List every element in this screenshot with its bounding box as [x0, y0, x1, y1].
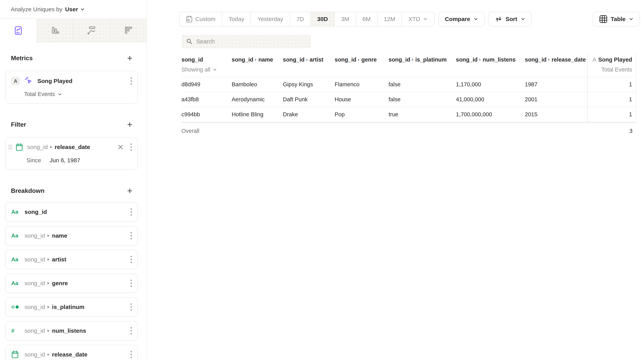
- entity-selector[interactable]: User: [65, 6, 85, 13]
- property-path-separator: [48, 329, 50, 332]
- kebab-menu-icon[interactable]: [130, 143, 132, 151]
- property-parent-label: song_id: [24, 304, 45, 310]
- breakdown-title: Breakdown: [11, 187, 44, 194]
- breakdown-item-name[interactable]: Aasong_idname: [5, 226, 138, 245]
- column-parent-label: song_id: [232, 57, 253, 63]
- property-path-separator: [50, 146, 52, 148]
- table-row-a43fb8[interactable]: a43fb8AerodynamicDaft PunkHousefalse41,0…: [182, 92, 636, 107]
- drag-handle-icon[interactable]: [8, 145, 12, 150]
- breakdown-item-artist[interactable]: Aasong_idartist: [5, 250, 138, 269]
- showing-all-label: Showing all: [182, 67, 210, 73]
- add-metric-button[interactable]: +: [127, 54, 132, 63]
- kebab-menu-icon[interactable]: [130, 232, 132, 240]
- filter-operator[interactable]: Since: [26, 157, 41, 164]
- property-leaf-label: num_listens: [52, 327, 86, 334]
- add-filter-button[interactable]: +: [127, 120, 132, 129]
- date-range-custom[interactable]: Custom: [180, 12, 222, 26]
- kebab-menu-icon[interactable]: [130, 303, 132, 311]
- retention-grid-icon: [124, 26, 133, 35]
- date-range-30d[interactable]: 30D: [310, 12, 334, 26]
- chevron-down-icon: [473, 17, 478, 22]
- date-range-yesterday[interactable]: Yesterday: [250, 12, 290, 26]
- kebab-menu-icon[interactable]: [130, 208, 132, 216]
- aggregation-selector[interactable]: Total Events: [24, 91, 62, 97]
- metric-list: ASong PlayedTotal Events: [5, 71, 138, 104]
- property-leaf-label: artist: [52, 256, 66, 263]
- kebab-menu-icon[interactable]: [130, 279, 132, 287]
- cell-is_platinum: true: [388, 107, 456, 122]
- property-leaf-label: release_date: [55, 144, 90, 150]
- close-icon[interactable]: [118, 144, 124, 150]
- metrics-title: Metrics: [11, 55, 33, 62]
- breakdown-list: Aasong_idAasong_idnameAasong_idartistAas…: [5, 202, 138, 360]
- date-range-xtd[interactable]: XTD: [402, 12, 434, 26]
- table-row-c994bb[interactable]: c994bbHotline BlingDrakePoptrue1,700,000…: [182, 107, 636, 122]
- date-range-6m[interactable]: 6M: [356, 12, 377, 26]
- breakdown-section-header: Breakdown +: [5, 186, 138, 195]
- filter-value[interactable]: Jun 6, 1987: [50, 157, 80, 164]
- metric-letter-badge: A: [11, 77, 20, 85]
- sort-arrows-icon: [495, 15, 502, 23]
- filter-item[interactable]: song_idrelease_dateSinceJun 6, 1987: [5, 137, 138, 170]
- insights-tab[interactable]: [0, 19, 36, 42]
- column-header-release_date[interactable]: song_idrelease_date: [525, 53, 587, 77]
- column-header-num_listens[interactable]: song_idnum_listens: [456, 53, 525, 77]
- metric-column-subtitle: Total Events: [588, 67, 632, 73]
- column-header-name[interactable]: song_idname: [232, 53, 283, 77]
- date-range-7d[interactable]: 7D: [290, 12, 310, 26]
- chevron-down-icon: [80, 7, 85, 12]
- overall-label: Overall: [182, 123, 232, 139]
- date-range-today[interactable]: Today: [222, 12, 250, 26]
- add-breakdown-button[interactable]: +: [127, 186, 132, 195]
- funnels-tab[interactable]: [36, 19, 73, 42]
- cell-metric-value: 1: [587, 92, 636, 107]
- column-header-genre[interactable]: song_idgenre: [335, 53, 388, 77]
- sort-button[interactable]: Sort: [488, 12, 532, 27]
- kebab-menu-icon[interactable]: [130, 350, 132, 359]
- kebab-menu-icon[interactable]: [130, 327, 132, 335]
- property-path-separator: [479, 59, 481, 61]
- retention-tab[interactable]: [110, 19, 146, 42]
- property-path-separator: [48, 353, 50, 356]
- column-header-is_platinum[interactable]: song_idis_platinum: [388, 53, 456, 77]
- breakdown-item-num_listens[interactable]: #song_idnum_listens: [5, 321, 138, 340]
- report-toolbar: CustomTodayYesterday7D30D3M6M12MXTD Comp…: [179, 12, 644, 27]
- filter-section-header: Filter +: [5, 120, 138, 129]
- metric-column-badge: A: [592, 57, 596, 63]
- column-header-artist[interactable]: song_idartist: [283, 53, 335, 77]
- calendar-icon: [186, 16, 192, 23]
- column-label: name: [258, 57, 273, 63]
- metric-item[interactable]: ASong PlayedTotal Events: [5, 71, 138, 104]
- breakdown-item-genre[interactable]: Aasong_idgenre: [5, 273, 138, 293]
- column-header-song_id[interactable]: song_idShowing all: [182, 53, 232, 77]
- breakdown-item-song_id[interactable]: Aasong_id: [5, 202, 138, 222]
- filter-list: song_idrelease_dateSinceJun 6, 1987: [5, 137, 138, 170]
- date-range-12m[interactable]: 12M: [377, 12, 402, 26]
- compare-button[interactable]: Compare: [438, 12, 484, 27]
- property-leaf-label: song_id: [24, 209, 47, 215]
- table-row-d8d949[interactable]: d8d949BamboleoGipsy KingsFlamencofalse1,…: [182, 77, 636, 92]
- search-icon: [186, 38, 193, 45]
- search-input[interactable]: [196, 38, 306, 45]
- cell-artist: Gipsy Kings: [283, 77, 335, 92]
- column-parent-label: song_id: [335, 57, 356, 63]
- text-property-icon: Aa: [11, 209, 18, 215]
- cell-genre: Pop: [335, 107, 388, 122]
- breakdown-item-release_date[interactable]: song_idrelease_dateby Year: [5, 345, 138, 360]
- analysis-prefix-label: Analyze Uniques by: [11, 6, 62, 13]
- chevron-down-icon: [57, 92, 62, 97]
- date-range-3m[interactable]: 3M: [334, 12, 356, 26]
- chevron-down-icon: [628, 17, 634, 22]
- cell-song_id: d8d949: [182, 77, 232, 92]
- visualization-selector-button[interactable]: Table: [593, 12, 640, 27]
- breakdown-item-is_platinum[interactable]: song_idis_platinum: [5, 297, 138, 317]
- kebab-menu-icon[interactable]: [130, 77, 132, 85]
- flows-tab[interactable]: [73, 19, 110, 42]
- metric-column-header[interactable]: ASong PlayedTotal Events: [587, 53, 636, 77]
- kebab-menu-icon[interactable]: [130, 255, 132, 264]
- date-range-label: 30D: [317, 16, 328, 23]
- bar-chart-icon: [50, 26, 60, 35]
- property-path-separator: [48, 282, 50, 285]
- showing-all-selector[interactable]: Showing all: [182, 67, 217, 73]
- report-main-area: CustomTodayYesterday7D30D3M6M12MXTD Comp…: [147, 0, 644, 360]
